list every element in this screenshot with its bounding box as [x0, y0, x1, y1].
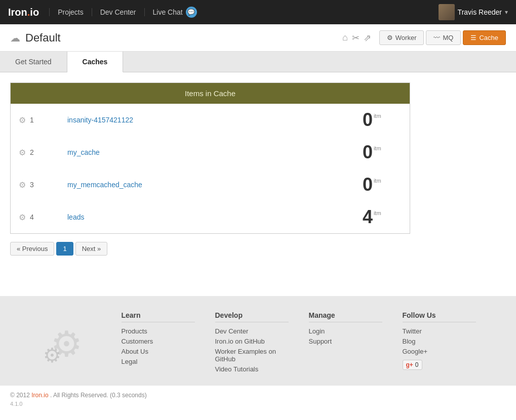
chat-bubble-icon: 💬 [186, 7, 197, 18]
home-icon[interactable]: ⌂ [342, 32, 348, 43]
footer-manage-heading: Manage [309, 311, 382, 322]
product-buttons: ⚙ Worker 〰 MQ ☰ Cache [379, 30, 506, 45]
footer: ⚙ ⚙ Learn Products Customers About Us Le… [0, 296, 516, 386]
cache-button[interactable]: ☰ Cache [463, 30, 506, 45]
next-button[interactable]: Next » [75, 242, 108, 256]
footer-develop-heading: Develop [215, 311, 289, 322]
copyright: © 2012 [10, 392, 30, 399]
page-1-button[interactable]: 1 [56, 242, 73, 256]
row-gear-icon[interactable]: ⚙ [19, 115, 26, 125]
row-unit: itm [374, 178, 381, 184]
footer-gear-graphic: ⚙ ⚙ [30, 311, 111, 375]
avatar [439, 4, 455, 20]
footer-about-link[interactable]: About Us [122, 348, 195, 355]
gplus-count: 0 [415, 361, 419, 368]
row-name: insanity-4157421122 [67, 116, 133, 124]
page-title: Default [25, 31, 61, 45]
row-gear-icon[interactable]: ⚙ [19, 213, 26, 222]
table-row: ⚙ 3 my_memcached_cache 0 itm [11, 169, 410, 201]
version-text: 4.1.0 [10, 401, 506, 407]
row-name-link[interactable]: my_memcached_cache [67, 181, 142, 189]
navbar: Iron.io Projects Dev Center Live Chat 💬 … [0, 0, 516, 24]
footer-devcenter-link[interactable]: Dev Center [215, 327, 289, 335]
footer-develop: Develop Dev Center Iron.io on GitHub Wor… [205, 311, 299, 375]
nav-dev-center[interactable]: Dev Center [92, 8, 145, 16]
user-menu[interactable]: Travis Reeder ▾ [439, 4, 508, 20]
row-count: 4 [363, 208, 373, 226]
row-count-area: 0 itm [342, 143, 402, 161]
tab-caches[interactable]: Caches [67, 52, 124, 72]
logo: Iron.io [8, 7, 39, 18]
share-icon[interactable]: ⇗ [364, 32, 371, 44]
bottom-bar: © 2012 Iron.io . All Rights Reserved. (0… [0, 386, 516, 413]
worker-button[interactable]: ⚙ Worker [379, 30, 424, 45]
tools-icon[interactable]: ✂ [352, 32, 360, 44]
row-number: 1 [30, 116, 34, 124]
footer-learn-heading: Learn [122, 311, 195, 322]
footer-customers-link[interactable]: Customers [122, 338, 195, 345]
row-name: my_memcached_cache [67, 181, 142, 189]
footer-manage: Manage Login Support [299, 311, 392, 375]
iron-link[interactable]: Iron.io [31, 392, 48, 399]
row-number: 4 [30, 213, 34, 221]
row-count-area: 0 itm [342, 176, 402, 194]
cloud-icon: ☁ [10, 32, 20, 44]
table-header: Items in Cache [11, 83, 410, 104]
worker-icon: ⚙ [387, 34, 393, 41]
navbar-right: Travis Reeder ▾ [439, 4, 508, 20]
pagination: « Previous 1 Next » [10, 242, 506, 256]
gplus-button[interactable]: g+ 0 [403, 360, 422, 370]
row-number: 2 [30, 148, 34, 156]
footer-video-link[interactable]: Video Tutorials [215, 365, 289, 373]
nav-projects[interactable]: Projects [49, 8, 92, 16]
table-row: ⚙ 2 my_cache 0 itm [11, 136, 410, 169]
footer-learn: Learn Products Customers About Us Legal [111, 311, 205, 375]
footer-worker-examples-link[interactable]: Worker Examples on GitHub [215, 348, 289, 363]
footer-github-link[interactable]: Iron.io on GitHub [215, 338, 289, 345]
row-unit: itm [374, 210, 381, 216]
avatar-image [439, 4, 455, 20]
row-number: 3 [30, 181, 34, 189]
row-name: leads [67, 213, 84, 221]
user-name: Travis Reeder [458, 8, 502, 16]
footer-support-link[interactable]: Support [309, 338, 382, 345]
row-unit: itm [374, 145, 381, 151]
mq-button[interactable]: 〰 MQ [426, 30, 461, 45]
gear-small-icon: ⚙ [43, 344, 61, 367]
page-header: ☁ Default ⌂ ✂ ⇗ ⚙ Worker 〰 MQ ☰ Cache [0, 24, 516, 52]
row-name: my_cache [67, 148, 100, 156]
page-title-area: ☁ Default [10, 31, 61, 45]
footer-products-link[interactable]: Products [122, 327, 195, 335]
cache-table: Items in Cache ⚙ 1 insanity-4157421122 0… [10, 82, 410, 234]
cache-icon: ☰ [470, 34, 477, 41]
prev-button[interactable]: « Previous [10, 242, 54, 256]
row-name-link[interactable]: insanity-4157421122 [67, 116, 133, 124]
nav-live-chat[interactable]: Live Chat 💬 [145, 7, 205, 18]
tab-get-started[interactable]: Get Started [0, 52, 67, 72]
dropdown-arrow-icon: ▾ [505, 9, 508, 16]
row-count: 0 [363, 176, 373, 194]
footer-twitter-link[interactable]: Twitter [403, 327, 476, 335]
row-gear-icon[interactable]: ⚙ [19, 180, 26, 190]
rights-text: . All Rights Reserved. (0.3 seconds) [50, 392, 147, 399]
nav-links: Projects Dev Center Live Chat 💬 [49, 7, 205, 18]
row-count-area: 0 itm [342, 111, 402, 129]
footer-login-link[interactable]: Login [309, 327, 382, 335]
footer-legal-link[interactable]: Legal [122, 358, 195, 365]
live-chat-label: Live Chat [153, 8, 183, 16]
mq-icon: 〰 [433, 34, 440, 41]
tabs: Get Started Caches [0, 52, 516, 72]
main-content: Items in Cache ⚙ 1 insanity-4157421122 0… [0, 72, 516, 266]
footer-blog-link[interactable]: Blog [403, 338, 476, 345]
row-name-link[interactable]: my_cache [67, 148, 100, 156]
row-name-link[interactable]: leads [67, 213, 84, 221]
row-unit: itm [374, 113, 381, 119]
row-count: 0 [363, 143, 373, 161]
footer-follow-heading: Follow Us [403, 311, 476, 322]
table-row: ⚙ 1 insanity-4157421122 0 itm [11, 104, 410, 136]
footer-googleplus-link[interactable]: Google+ [403, 348, 476, 355]
table-row: ⚙ 4 leads 4 itm [11, 201, 410, 234]
row-gear-icon[interactable]: ⚙ [19, 148, 26, 157]
row-count: 0 [363, 111, 373, 129]
footer-inner: ⚙ ⚙ Learn Products Customers About Us Le… [30, 311, 486, 375]
